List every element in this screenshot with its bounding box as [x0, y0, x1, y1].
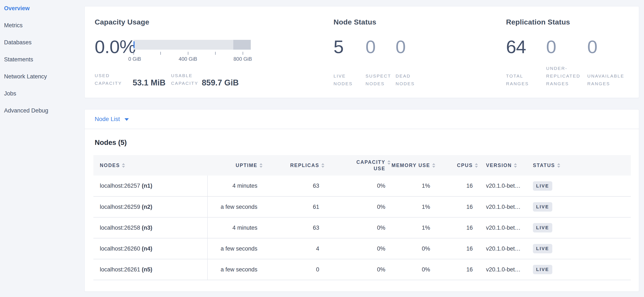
under-replicated-ranges-value: 0: [546, 37, 587, 56]
capacity-usage-title: Capacity Usage: [95, 18, 334, 26]
node-list-bar: Node List: [85, 109, 639, 129]
cluster-summary-card: Capacity Usage 0.0% 0 GiB 400 GiB 800 Gi…: [84, 6, 639, 98]
axis-label-0gib: 0 GiB: [128, 56, 141, 62]
chevron-down-icon: [124, 118, 129, 121]
capacity-usage-section: Capacity Usage 0.0% 0 GiB 400 GiB 800 Gi…: [95, 18, 334, 98]
column-header-cpus[interactable]: CPUS: [435, 155, 478, 176]
capacity-use-cell: 0%: [324, 176, 390, 196]
live-nodes-value: 5: [334, 37, 366, 56]
version-cell: v20.1.0-bet…: [478, 259, 529, 280]
capacity-use-cell: 0%: [324, 196, 390, 217]
axis-label-400gib: 400 GiB: [179, 56, 197, 62]
total-ranges-label: TOTAL RANGES: [506, 64, 546, 88]
sidebar-item-databases[interactable]: Databases: [4, 39, 84, 46]
capacity-gauge-axis-labels: 0 GiB 400 GiB 800 GiB: [134, 56, 251, 62]
sort-icon: [557, 163, 560, 168]
uptime-cell: a few seconds: [208, 238, 262, 259]
node-address-cell: localhost:26259 (n2): [94, 196, 208, 217]
column-header-capacity-use[interactable]: CAPACITY USE: [324, 155, 390, 176]
uptime-cell: 4 minutes: [208, 217, 262, 238]
capacity-gauge-used-marker: [134, 41, 134, 48]
sort-icon: [475, 163, 478, 168]
uptime-cell: a few seconds: [208, 196, 262, 217]
unavailable-ranges-stat: 0 UNAVAILABLE RANGES: [587, 37, 624, 88]
status-cell: LIVE: [529, 217, 631, 238]
table-row[interactable]: localhost:26261 (n5) a few seconds 0 0% …: [94, 259, 631, 280]
live-nodes-stat: 5 LIVE NODES: [334, 37, 366, 88]
usable-capacity-value: 859.7 GiB: [202, 78, 238, 87]
used-capacity-stat: USED CAPACITY 53.1 MiB: [95, 72, 166, 87]
replicas-cell: 63: [262, 176, 324, 196]
column-header-uptime[interactable]: UPTIME: [208, 155, 262, 176]
node-status-section: Node Status 5 LIVE NODES 0 SUSPECT NODES…: [334, 18, 506, 98]
column-header-nodes[interactable]: NODES: [94, 155, 208, 176]
replication-status-title: Replication Status: [506, 18, 639, 26]
sidebar-item-overview[interactable]: Overview: [4, 5, 84, 12]
suspect-nodes-stat: 0 SUSPECT NODES: [366, 37, 396, 88]
capacity-used-percent: 0.0%: [95, 37, 134, 56]
under-replicated-ranges-label: UNDER- REPLICATED RANGES: [546, 64, 587, 88]
version-cell: v20.1.0-bet…: [478, 176, 529, 196]
sort-icon: [122, 163, 125, 168]
status-badge: LIVE: [533, 223, 552, 233]
capacity-gauge-ticks: [134, 52, 251, 55]
column-header-status[interactable]: STATUS: [529, 155, 631, 176]
axis-label-800gib: 800 GiB: [234, 56, 252, 62]
node-address-cell: localhost:26258 (n3): [94, 217, 208, 238]
nodes-table-body: localhost:26257 (n1) 4 minutes 63 0% 1% …: [94, 176, 631, 280]
dead-nodes-stat: 0 DEAD NODES: [396, 37, 415, 88]
suspect-nodes-label: SUSPECT NODES: [366, 64, 396, 88]
node-address-cell: localhost:26260 (n4): [94, 238, 208, 259]
sidebar-item-jobs[interactable]: Jobs: [4, 90, 84, 97]
memory-use-cell: 1%: [390, 196, 435, 217]
status-badge: LIVE: [533, 181, 552, 191]
status-cell: LIVE: [529, 238, 631, 259]
sidebar-nav: Overview Metrics Databases Statements Ne…: [4, 5, 84, 114]
node-address-cell: localhost:26261 (n5): [94, 259, 208, 280]
sidebar-item-metrics[interactable]: Metrics: [4, 22, 84, 29]
status-badge: LIVE: [533, 244, 552, 253]
sidebar: Overview Metrics Databases Statements Ne…: [0, 0, 84, 297]
version-cell: v20.1.0-bet…: [478, 196, 529, 217]
node-status-title: Node Status: [334, 18, 506, 26]
sidebar-item-statements[interactable]: Statements: [4, 56, 84, 63]
sort-icon: [432, 163, 435, 168]
nodes-card: Node List Nodes (5) NODES UPTIME: [84, 109, 639, 292]
dead-nodes-label: DEAD NODES: [396, 64, 415, 88]
sort-icon: [260, 163, 262, 168]
used-capacity-value: 53.1 MiB: [133, 78, 166, 87]
table-row[interactable]: localhost:26258 (n3) 4 minutes 63 0% 1% …: [94, 217, 631, 238]
column-header-memory-use[interactable]: MEMORY USE: [390, 155, 435, 176]
unavailable-ranges-value: 0: [587, 37, 624, 56]
node-list-dropdown-label: Node List: [95, 116, 120, 122]
capacity-gauge-bar: [134, 40, 251, 50]
sidebar-item-network-latency[interactable]: Network Latency: [4, 73, 84, 80]
capacity-gauge-other-segment: [233, 40, 251, 50]
replicas-cell: 4: [262, 238, 324, 259]
nodes-table-header-row: NODES UPTIME REPLICAS CAPACITY USE MEMOR: [94, 155, 631, 176]
column-header-replicas[interactable]: REPLICAS: [262, 155, 324, 176]
node-list-dropdown[interactable]: Node List: [95, 116, 129, 122]
memory-use-cell: 0%: [390, 259, 435, 280]
unavailable-ranges-label: UNAVAILABLE RANGES: [587, 64, 624, 88]
table-row[interactable]: localhost:26257 (n1) 4 minutes 63 0% 1% …: [94, 176, 631, 196]
status-cell: LIVE: [529, 176, 631, 196]
usable-capacity-stat: USABLE CAPACITY 859.7 GiB: [171, 72, 238, 87]
memory-use-cell: 1%: [390, 217, 435, 238]
table-row[interactable]: localhost:26259 (n2) a few seconds 61 0%…: [94, 196, 631, 217]
sidebar-item-advanced-debug[interactable]: Advanced Debug: [4, 107, 84, 114]
status-badge: LIVE: [533, 202, 552, 212]
column-header-version[interactable]: VERSION: [478, 155, 529, 176]
main-content: Capacity Usage 0.0% 0 GiB 400 GiB 800 Gi…: [84, 6, 639, 292]
total-ranges-value: 64: [506, 37, 546, 56]
usable-capacity-label: USABLE CAPACITY: [171, 72, 202, 87]
live-nodes-label: LIVE NODES: [334, 64, 366, 88]
capacity-use-cell: 0%: [324, 217, 390, 238]
uptime-cell: a few seconds: [208, 259, 262, 280]
sort-icon: [388, 160, 390, 165]
status-cell: LIVE: [529, 259, 631, 280]
table-row[interactable]: localhost:26260 (n4) a few seconds 4 0% …: [94, 238, 631, 259]
cpus-cell: 16: [435, 176, 478, 196]
capacity-use-cell: 0%: [324, 238, 390, 259]
cpus-cell: 16: [435, 196, 478, 217]
